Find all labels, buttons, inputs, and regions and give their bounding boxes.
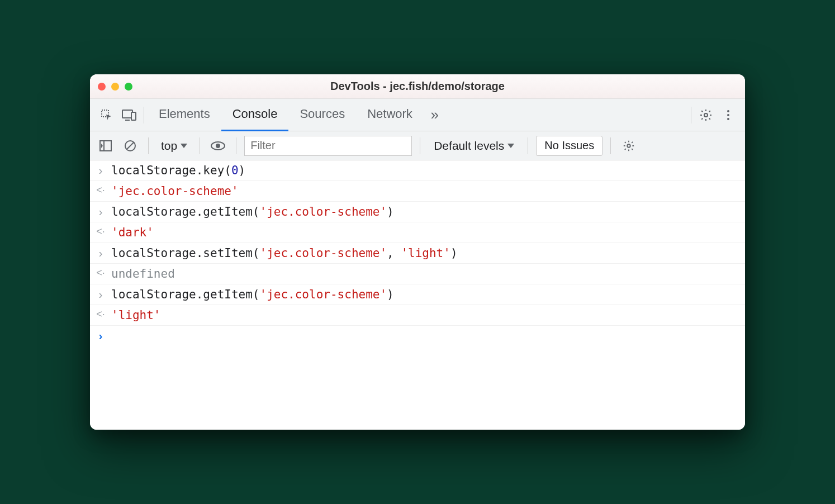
device-toolbar-icon[interactable] — [118, 104, 140, 126]
svg-point-13 — [216, 144, 220, 148]
console-prompt[interactable]: › — [90, 326, 745, 346]
svg-point-4 — [704, 113, 708, 117]
devtools-tabbar: Elements Console Sources Network » — [90, 99, 745, 131]
inspect-element-icon[interactable] — [96, 104, 118, 126]
console-code: localStorage.getItem('jec.color-scheme') — [111, 288, 394, 301]
more-tabs-icon[interactable]: » — [424, 104, 446, 126]
filter-input[interactable] — [244, 136, 412, 156]
chevron-down-icon — [181, 144, 187, 148]
input-chevron-icon: › — [96, 205, 106, 218]
devtools-window: DevTools - jec.fish/demo/storage Element… — [90, 74, 745, 430]
console-output-row: <· 'light' — [90, 305, 745, 326]
close-window-button[interactable] — [98, 83, 106, 91]
divider — [148, 137, 149, 154]
titlebar: DevTools - jec.fish/demo/storage — [90, 74, 745, 99]
log-levels-selector[interactable]: Default levels — [428, 139, 520, 153]
window-title: DevTools - jec.fish/demo/storage — [90, 80, 745, 93]
output-chevron-icon: <· — [96, 267, 106, 279]
svg-rect-3 — [131, 112, 136, 120]
divider — [236, 137, 236, 154]
tab-network[interactable]: Network — [356, 99, 424, 131]
input-chevron-icon: › — [96, 164, 106, 177]
console-input-row: › localStorage.key(0) — [90, 160, 745, 181]
console-output-row: <· 'dark' — [90, 222, 745, 243]
console-output-row: <· undefined — [90, 264, 745, 284]
console-output[interactable]: › localStorage.key(0) <· 'jec.color-sche… — [90, 160, 745, 430]
console-input-row: › localStorage.getItem('jec.color-scheme… — [90, 284, 745, 305]
input-chevron-icon: › — [96, 246, 106, 260]
divider — [691, 107, 691, 123]
levels-label: Default levels — [434, 139, 504, 153]
issues-button[interactable]: No Issues — [536, 136, 602, 156]
minimize-window-button[interactable] — [111, 83, 119, 91]
console-code: localStorage.key(0) — [111, 164, 245, 177]
console-result: undefined — [111, 267, 175, 280]
svg-point-6 — [727, 114, 729, 116]
prompt-chevron-icon: › — [96, 329, 106, 343]
tab-elements[interactable]: Elements — [148, 99, 221, 131]
clear-console-icon[interactable] — [120, 136, 140, 156]
divider — [420, 137, 420, 154]
console-settings-icon[interactable] — [619, 136, 639, 156]
console-code: localStorage.setItem('jec.color-scheme',… — [111, 246, 458, 260]
console-result: 'light' — [111, 308, 161, 322]
live-expression-icon[interactable] — [208, 136, 228, 156]
input-chevron-icon: › — [96, 288, 106, 301]
toggle-sidebar-icon[interactable] — [96, 136, 116, 156]
tab-console[interactable]: Console — [221, 99, 289, 131]
svg-point-5 — [727, 110, 729, 112]
maximize-window-button[interactable] — [125, 83, 132, 91]
execution-context-selector[interactable]: top — [156, 139, 192, 153]
context-label: top — [161, 139, 177, 153]
divider — [610, 137, 611, 154]
divider — [528, 137, 528, 154]
output-chevron-icon: <· — [96, 184, 106, 196]
tab-sources[interactable]: Sources — [288, 99, 356, 131]
settings-icon[interactable] — [695, 104, 717, 126]
console-toolbar: top Default levels No Issues — [90, 131, 745, 160]
output-chevron-icon: <· — [96, 226, 106, 237]
divider — [200, 137, 200, 154]
console-input-row: › localStorage.setItem('jec.color-scheme… — [90, 243, 745, 264]
console-output-row: <· 'jec.color-scheme' — [90, 181, 745, 202]
svg-line-11 — [127, 142, 134, 149]
console-input-row: › localStorage.getItem('jec.color-scheme… — [90, 202, 745, 222]
chevron-down-icon — [507, 144, 514, 148]
console-code: localStorage.getItem('jec.color-scheme') — [111, 205, 394, 218]
console-result: 'dark' — [111, 226, 154, 239]
svg-point-14 — [627, 144, 630, 148]
kebab-menu-icon[interactable] — [717, 104, 739, 126]
svg-point-7 — [727, 118, 729, 120]
window-controls — [98, 83, 132, 91]
console-result: 'jec.color-scheme' — [111, 184, 239, 198]
output-chevron-icon: <· — [96, 308, 106, 320]
divider — [144, 107, 144, 123]
